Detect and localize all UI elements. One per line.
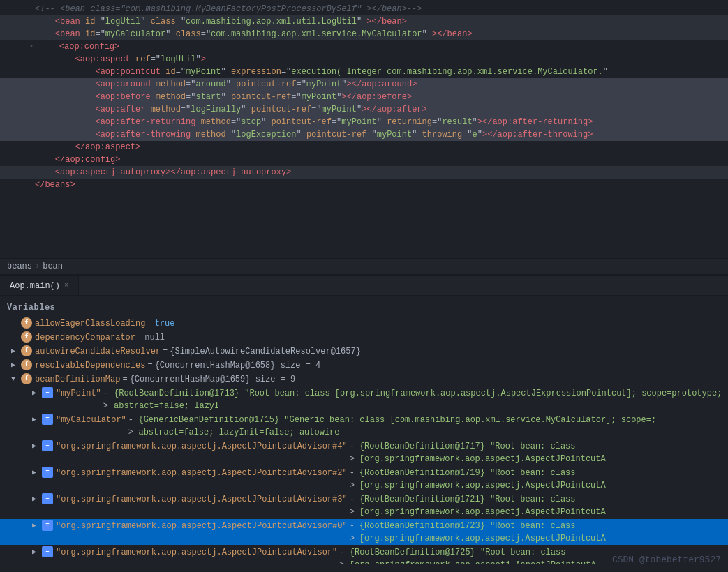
var-expand-triangle[interactable]: ▶ xyxy=(32,493,42,506)
watermark: CSDN @tobebetter9527 xyxy=(612,555,721,565)
var-icon-f: f xyxy=(21,373,32,384)
code-line-aop-config: ▾ <aop:config> xyxy=(0,40,728,53)
code-line-close-beans: </beans> xyxy=(0,179,728,191)
variables-header: Variables xyxy=(0,300,728,317)
var-expand-triangle[interactable]: ▶ xyxy=(11,359,21,372)
code-line-aop-after: <aop:after method="logFinally" pointcut-… xyxy=(0,103,728,116)
code-line-close-aspect: </aop:aspect> xyxy=(0,141,728,153)
var-icon-eq: = xyxy=(42,546,53,557)
tab-aop-main[interactable]: Aop.main() × xyxy=(0,276,79,295)
code-line-aop-around: <aop:around method="around" pointcut-ref… xyxy=(0,78,728,91)
var-icon-f: f xyxy=(21,331,32,343)
var-expand-icon xyxy=(11,317,21,330)
code-line-aop-before: <aop:before method="start" pointcut-ref=… xyxy=(0,91,728,103)
var-expand-triangle[interactable]: ▶ xyxy=(32,467,42,479)
var-expand-triangle[interactable]: ▶ xyxy=(32,414,42,426)
code-line-aop-after-throwing: <aop:after-throwing method="logException… xyxy=(0,128,728,141)
code-line-aop-aspect: <aop:aspect ref="logUtil"> xyxy=(0,53,728,66)
var-icon-eq: = xyxy=(42,520,53,531)
code-line-bean-logutil: <bean id="logUtil" class="com.mashibing.… xyxy=(0,15,728,28)
var-icon-f: f xyxy=(21,317,32,329)
var-row-dep-comparator[interactable]: f dependencyComparator = null xyxy=(0,331,728,345)
var-icon-eq: = xyxy=(42,414,53,425)
var-row-advisor4[interactable]: ▶ = "org.springframework.aop.aspectj.Asp… xyxy=(0,439,728,466)
tab-label: Aop.main() xyxy=(10,281,60,291)
var-icon-eq: = xyxy=(42,493,53,504)
var-expand-triangle[interactable]: ▶ xyxy=(32,440,42,453)
code-line-aop-pointcut: <aop:pointcut id="myPoint" expression="e… xyxy=(0,66,728,78)
var-row-advisor0[interactable]: ▶ = "org.springframework.aop.aspectj.Asp… xyxy=(0,519,728,545)
var-row-advisor2[interactable]: ▶ = "org.springframework.aop.aspectj.Asp… xyxy=(0,466,728,492)
breadcrumb-sep-1: › xyxy=(35,262,40,271)
var-expand-triangle[interactable]: ▶ xyxy=(32,520,42,532)
var-row-allow-eager[interactable]: f allowEagerClassLoading = true xyxy=(0,317,728,331)
tab-bar: Aop.main() × xyxy=(0,276,728,296)
variables-panel[interactable]: Variables f allowEagerClassLoading = tru… xyxy=(0,296,728,564)
var-row-bean-def-map[interactable]: ▼ f beanDefinitionMap = {ConcurrentHashM… xyxy=(0,372,728,386)
var-expand-triangle[interactable]: ▶ xyxy=(11,345,21,358)
breadcrumb-beans[interactable]: beans xyxy=(7,262,32,271)
var-icon-f: f xyxy=(21,359,32,370)
var-expand-triangle[interactable]: ▶ xyxy=(32,387,42,400)
var-expand-triangle[interactable]: ▶ xyxy=(32,546,42,559)
breadcrumb-bar: beans › bean xyxy=(0,258,728,275)
var-row-autowire-resolver[interactable]: ▶ f autowireCandidateResolver = {SimpleA… xyxy=(0,345,728,359)
code-line-close-config: </aop:config> xyxy=(0,153,728,166)
var-icon-eq: = xyxy=(42,467,53,478)
code-editor: <!-- <bean class="com.mashibing.MyBeanFa… xyxy=(0,0,728,258)
code-line-bean-mycalculator: <bean id="myCalculator" class="com.mashi… xyxy=(0,28,728,40)
breadcrumb-bean[interactable]: bean xyxy=(43,262,63,271)
var-row-advisor3[interactable]: ▶ = "org.springframework.aop.aspectj.Asp… xyxy=(0,492,728,519)
code-line-autoproxy: <aop:aspectj-autoproxy></aop:aspectj-aut… xyxy=(0,166,728,179)
var-expand-triangle[interactable]: ▼ xyxy=(11,373,21,386)
var-row-resolvable-deps[interactable]: ▶ f resolvableDependencies = {Concurrent… xyxy=(0,359,728,372)
bottom-section: Aop.main() × Variables f allowEagerClass… xyxy=(0,275,728,564)
var-row-mycalculator[interactable]: ▶ = "myCalculator" -> {GenericBeanDefini… xyxy=(0,413,728,439)
code-line-aop-after-returning: <aop:after-returning method="stop" point… xyxy=(0,116,728,128)
code-line-comment: <!-- <bean class="com.mashibing.MyBeanFa… xyxy=(0,3,728,15)
var-row-mypoint[interactable]: ▶ = "myPoint" -> {RootBeanDefinition@171… xyxy=(0,386,728,413)
var-expand-icon xyxy=(11,331,21,344)
var-icon-eq: = xyxy=(42,440,53,451)
var-icon-eq: = xyxy=(42,387,53,398)
var-icon-f: f xyxy=(21,345,32,356)
tab-close-icon[interactable]: × xyxy=(64,282,68,289)
